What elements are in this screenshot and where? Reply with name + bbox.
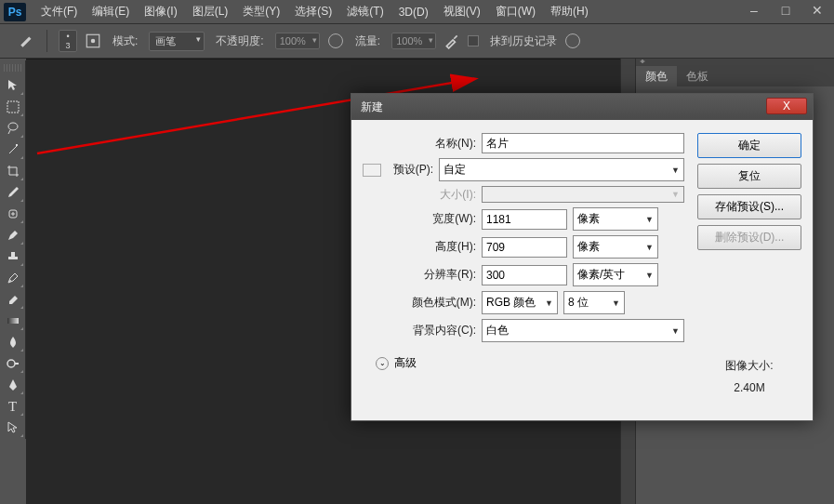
brush-panel-icon[interactable] bbox=[85, 33, 101, 49]
opacity-input[interactable]: 100% bbox=[275, 33, 320, 49]
history-checkbox[interactable] bbox=[468, 35, 479, 46]
width-label: 宽度(W): bbox=[363, 211, 482, 227]
app-logo: Ps bbox=[4, 3, 26, 21]
magic-wand-tool[interactable] bbox=[2, 139, 24, 160]
flow-label: 流量: bbox=[355, 33, 380, 49]
advanced-label: 高级 bbox=[394, 355, 417, 371]
menu-window[interactable]: 窗口(W) bbox=[488, 4, 543, 20]
toolbox-grip[interactable] bbox=[4, 64, 22, 72]
width-input[interactable] bbox=[482, 209, 567, 230]
name-label: 名称(N): bbox=[363, 136, 482, 152]
window-controls: – □ ✕ bbox=[747, 3, 825, 18]
pressure-opacity-icon[interactable] bbox=[327, 33, 344, 49]
name-input[interactable] bbox=[482, 133, 684, 153]
height-unit-select[interactable]: 像素▼ bbox=[573, 235, 658, 259]
background-select[interactable]: 白色▼ bbox=[482, 319, 684, 342]
tool-preset-icon[interactable] bbox=[19, 33, 35, 49]
mode-label: 模式: bbox=[113, 33, 138, 49]
toolbox: T bbox=[0, 60, 26, 439]
color-mode-label: 颜色模式(M): bbox=[363, 295, 482, 311]
menu-view[interactable]: 视图(V) bbox=[436, 4, 488, 20]
save-preset-button[interactable]: 存储预设(S)... bbox=[697, 194, 801, 219]
marquee-tool[interactable] bbox=[2, 97, 24, 117]
menu-edit[interactable]: 编辑(E) bbox=[85, 4, 137, 20]
panel-collapse-grip[interactable] bbox=[636, 59, 834, 66]
blur-tool[interactable] bbox=[2, 332, 24, 352]
pen-tool[interactable] bbox=[2, 375, 24, 395]
height-label: 高度(H): bbox=[363, 239, 482, 255]
resolution-unit-select[interactable]: 像素/英寸▼ bbox=[573, 263, 658, 286]
ok-button[interactable]: 确定 bbox=[697, 133, 801, 158]
maximize-button[interactable]: □ bbox=[778, 3, 793, 18]
svg-point-3 bbox=[8, 123, 18, 130]
dodge-tool[interactable] bbox=[2, 353, 24, 374]
menu-filter[interactable]: 滤镜(T) bbox=[339, 4, 391, 20]
size-label: 大小(I): bbox=[363, 187, 482, 203]
tab-color[interactable]: 颜色 bbox=[636, 66, 677, 86]
airbrush-icon[interactable] bbox=[443, 33, 460, 49]
image-size-label: 图像大小: bbox=[697, 358, 801, 374]
svg-point-5 bbox=[9, 280, 11, 282]
new-document-dialog: 新建 X 名称(N): 预设(P): 自定▼ 大小(I): ▼ 宽度(W): 像… bbox=[351, 93, 814, 421]
flow-input[interactable]: 100% bbox=[391, 33, 436, 49]
menu-help[interactable]: 帮助(H) bbox=[543, 4, 596, 20]
resolution-label: 分辨率(R): bbox=[363, 267, 482, 283]
menu-3d[interactable]: 3D(D) bbox=[391, 6, 436, 19]
gradient-tool[interactable] bbox=[2, 311, 24, 331]
history-label: 抹到历史记录 bbox=[490, 33, 557, 49]
dialog-titlebar[interactable]: 新建 X bbox=[351, 94, 813, 120]
brush-preset-picker[interactable]: •3 bbox=[59, 30, 77, 52]
svg-rect-2 bbox=[7, 101, 19, 113]
type-tool[interactable]: T bbox=[2, 396, 24, 417]
image-size-value: 2.40M bbox=[697, 381, 801, 394]
eyedropper-tool[interactable] bbox=[2, 182, 24, 203]
menu-bar: Ps 文件(F) 编辑(E) 图像(I) 图层(L) 类型(Y) 选择(S) 滤… bbox=[0, 0, 834, 23]
options-bar: •3 模式: 画笔 不透明度: 100% 流量: 100% 抹到历史记录 bbox=[0, 23, 834, 59]
tab-swatches[interactable]: 色板 bbox=[677, 66, 718, 86]
menu-file[interactable]: 文件(F) bbox=[33, 4, 85, 20]
minimize-button[interactable]: – bbox=[747, 3, 761, 18]
mode-select[interactable]: 画笔 bbox=[149, 32, 205, 51]
size-select: ▼ bbox=[482, 186, 684, 203]
eraser-tool[interactable] bbox=[2, 289, 24, 310]
history-brush-tool[interactable] bbox=[2, 268, 24, 288]
reset-button[interactable]: 复位 bbox=[697, 164, 801, 189]
advanced-toggle[interactable]: ⌄ bbox=[376, 357, 389, 370]
menu-layer[interactable]: 图层(L) bbox=[185, 4, 236, 20]
background-label: 背景内容(C): bbox=[363, 323, 482, 338]
svg-rect-6 bbox=[7, 318, 19, 324]
menu-select[interactable]: 选择(S) bbox=[287, 4, 339, 20]
menu-image[interactable]: 图像(I) bbox=[137, 4, 184, 20]
path-selection-tool[interactable] bbox=[2, 418, 24, 438]
lasso-tool[interactable] bbox=[2, 118, 24, 139]
resolution-input[interactable] bbox=[482, 265, 567, 285]
color-mode-select[interactable]: RGB 颜色▼ bbox=[482, 291, 558, 314]
svg-point-1 bbox=[91, 39, 96, 44]
svg-point-7 bbox=[7, 360, 15, 367]
width-unit-select[interactable]: 像素▼ bbox=[573, 207, 658, 231]
healing-brush-tool[interactable] bbox=[2, 204, 24, 224]
height-input[interactable] bbox=[482, 237, 567, 258]
close-window-button[interactable]: ✕ bbox=[810, 3, 825, 18]
preset-select[interactable]: 自定▼ bbox=[439, 158, 684, 181]
brush-tool[interactable] bbox=[2, 225, 24, 245]
menu-type[interactable]: 类型(Y) bbox=[235, 4, 287, 20]
preset-label: 预设(P): bbox=[385, 162, 439, 178]
panel-tabs: 颜色 色板 bbox=[636, 66, 834, 86]
move-tool[interactable] bbox=[2, 75, 24, 96]
bit-depth-select[interactable]: 8 位▼ bbox=[563, 291, 625, 314]
dialog-close-button[interactable]: X bbox=[766, 98, 807, 114]
stamp-tool[interactable] bbox=[2, 246, 24, 267]
opacity-label: 不透明度: bbox=[216, 33, 263, 49]
preset-toggle[interactable] bbox=[363, 164, 381, 177]
delete-preset-button: 删除预设(D)... bbox=[697, 225, 801, 250]
dialog-title: 新建 bbox=[361, 99, 383, 115]
pressure-size-icon[interactable] bbox=[564, 33, 581, 49]
crop-tool[interactable] bbox=[2, 161, 24, 181]
